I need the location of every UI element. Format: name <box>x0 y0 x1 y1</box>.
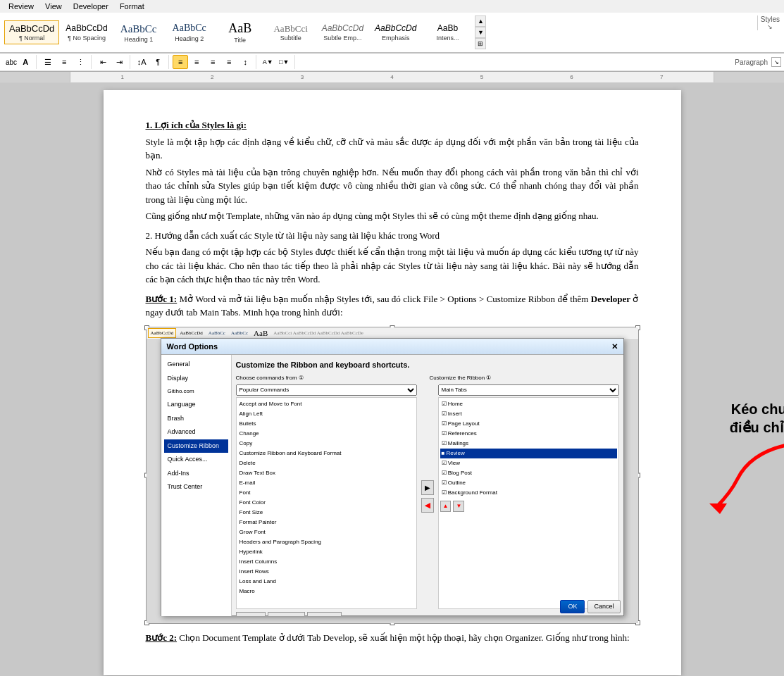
tab-home[interactable]: ☑ Home <box>440 399 617 409</box>
shading-group: A▼ □▼ <box>257 55 295 69</box>
cmd-grow[interactable]: Grow Font <box>238 527 415 537</box>
tabs-dropdown[interactable]: Main Tabs <box>438 384 619 396</box>
cmd-insertrow[interactable]: Insert Rows <box>238 567 415 577</box>
tab-insert-cb[interactable]: ☑ Insert <box>440 409 617 419</box>
mini-style3: AaBbCc <box>206 329 228 338</box>
line-spacing-btn[interactable]: ↕ <box>237 55 253 69</box>
style-no-spacing[interactable]: AaBbCcDd ¶ No Spacing <box>61 20 112 44</box>
align-right-btn[interactable]: ≡ <box>205 55 220 69</box>
dialog-cancel-btn[interactable]: Cancel <box>587 600 620 614</box>
style-emphasis[interactable]: AaBbCcDd Emphasis <box>370 20 421 44</box>
align-center-btn[interactable]: ≡ <box>189 55 204 69</box>
sidebar-advanced[interactable]: Advanced <box>164 425 228 439</box>
remove-btn[interactable]: ◀ <box>421 498 434 513</box>
style-intense[interactable]: AaBb Intens... <box>423 20 472 44</box>
sidebar-brash[interactable]: Brash <box>164 412 228 426</box>
dialog-action-buttons: OK Cancel <box>560 600 620 614</box>
tab-view[interactable]: View <box>39 0 68 13</box>
document-body: 1. Lợi ích của Styles là gì: Style là mộ… <box>146 118 639 644</box>
sidebar-trustcenter[interactable]: Trust Center <box>164 480 228 494</box>
dialog-sidebar: General Display Gitiho.com Language Bras… <box>161 355 232 616</box>
add-btn[interactable]: ▶ <box>421 480 434 495</box>
sidebar-general[interactable]: General <box>164 358 228 372</box>
gallery-scroll[interactable]: ▲ ▼ ⊞ <box>475 15 486 49</box>
cmd-copy[interactable]: Copy <box>238 439 415 449</box>
new-group-btn[interactable]: New Group <box>268 612 304 617</box>
cmd-font[interactable]: Font <box>238 488 415 498</box>
new-tab-btn[interactable]: New Tab <box>236 612 266 617</box>
align-justify-btn[interactable]: ≡ <box>221 55 237 69</box>
bullet-list-btn[interactable]: ☰ <box>40 55 56 69</box>
style-subtitle[interactable]: AaBbCci Subtitle <box>266 20 316 45</box>
dialog-ok-btn[interactable]: OK <box>560 600 585 614</box>
tab-developer[interactable]: Developer <box>68 0 114 13</box>
cmd-format[interactable]: Format Painter <box>238 518 415 527</box>
cmd-accept[interactable]: Accept and Move to Font <box>238 399 415 409</box>
multilevel-list-btn[interactable]: ⋮ <box>73 55 88 69</box>
style-title[interactable]: AaB Title <box>216 18 265 47</box>
sort-group: ↕A ¶ <box>131 55 169 69</box>
show-marks-btn[interactable]: ¶ <box>150 55 166 69</box>
move-up-btn[interactable]: ▲ <box>440 501 452 512</box>
increase-indent-btn[interactable]: ⇥ <box>111 55 127 69</box>
cmd-headers[interactable]: Headers and Paragraph Spacing <box>238 537 415 547</box>
sidebar-gitiho[interactable]: Gitiho.com <box>164 385 228 398</box>
sidebar-customize[interactable]: Customize Ribbon <box>164 439 228 453</box>
cmd-font-color[interactable]: Font Color <box>238 498 415 508</box>
gallery-down-btn[interactable]: ▼ <box>475 27 486 38</box>
tab-view-cb[interactable]: ☑ View <box>440 458 617 468</box>
document-page: 1. Lợi ích của Styles là gì: Style là mộ… <box>104 90 681 675</box>
dialog-close-btn[interactable]: ✕ <box>611 341 618 353</box>
move-down-btn[interactable]: ▼ <box>453 501 464 512</box>
tab-review-cb[interactable]: ■ Review <box>440 449 617 458</box>
sidebar-addins[interactable]: Add-Ins <box>164 467 228 481</box>
gallery-up-btn[interactable]: ▲ <box>475 15 486 27</box>
dialog-main-content: Customize the Ribbon and keyboard shortc… <box>232 355 623 616</box>
sidebar-display[interactable]: Display <box>164 372 228 386</box>
ruler-content: 1234567 <box>70 74 714 80</box>
styles-expand-icon[interactable]: ↘ <box>767 23 773 30</box>
sidebar-language[interactable]: Language <box>164 398 228 412</box>
commands-dropdown[interactable]: Popular Commands <box>236 384 417 396</box>
cmd-draw[interactable]: Draw Text Box <box>238 468 415 478</box>
cmd-email[interactable]: E-mail <box>238 478 415 488</box>
sort-btn[interactable]: ↕A <box>134 55 149 69</box>
styles-gallery: AaBbCcDd ¶ Normal AaBbCcDd ¶ No Spacing … <box>3 14 754 51</box>
cmd-bullets[interactable]: Bullets <box>238 419 415 429</box>
tab-outline[interactable]: ☑ Outline <box>440 478 617 488</box>
cmd-customize[interactable]: Customize Ribbon and Keyboard Format <box>238 449 415 458</box>
font-abc-btn[interactable]: A <box>18 55 33 69</box>
tab-blog[interactable]: ☑ Blog Post <box>440 468 617 478</box>
tab-review[interactable]: Review <box>3 0 39 13</box>
cmd-delete[interactable]: Delete <box>238 458 415 468</box>
tab-bgformat[interactable]: ☑ Background Format <box>440 488 617 498</box>
tab-references[interactable]: ☑ References <box>440 429 617 439</box>
decrease-indent-btn[interactable]: ⇤ <box>95 55 111 69</box>
cmd-lossland[interactable]: Loss and Land <box>238 577 415 587</box>
style-heading2[interactable]: AaBbCc Heading 2 <box>165 20 214 45</box>
gallery-expand-btn[interactable]: ⊞ <box>475 38 486 49</box>
style-heading1[interactable]: AaBbCc Heading 1 <box>114 20 163 46</box>
cmd-change[interactable]: Change <box>238 429 415 439</box>
choose-label: Choose commands from ① <box>236 374 425 382</box>
cmd-align[interactable]: Align Left <box>238 409 415 419</box>
cmd-hyperlink[interactable]: Hyperlink <box>238 547 415 557</box>
align-left-btn[interactable]: ≡ <box>173 55 188 69</box>
cmd-macro[interactable]: Macro <box>238 587 415 596</box>
cmd-font-size[interactable]: Font Size <box>238 508 415 518</box>
tab-pagelay[interactable]: ☑ Page Layout <box>440 419 617 429</box>
shading-btn[interactable]: A▼ <box>260 55 275 69</box>
styles-label: Styles ↘ <box>757 15 780 30</box>
paragraph-dialog-launcher[interactable]: ↘ <box>771 57 781 67</box>
sidebar-quickaccess[interactable]: Quick Acces... <box>164 453 228 467</box>
border-btn[interactable]: □▼ <box>276 55 292 69</box>
style-normal[interactable]: AaBbCcDd ¶ Normal <box>4 20 59 45</box>
tab-format[interactable]: Format <box>114 0 150 13</box>
style-subtle-emphasis[interactable]: AaBbCcDd Subtle Emp... <box>317 20 368 44</box>
cmd-insertcol[interactable]: Insert Columns <box>238 557 415 567</box>
align-group: ≡ ≡ ≡ ≡ ↕ <box>170 55 256 69</box>
tab-mailings[interactable]: ☑ Mailings <box>440 439 617 449</box>
numbered-list-btn[interactable]: ≡ <box>56 55 72 69</box>
svg-marker-0 <box>709 503 727 514</box>
rename-btn[interactable]: Rename... <box>307 612 342 617</box>
